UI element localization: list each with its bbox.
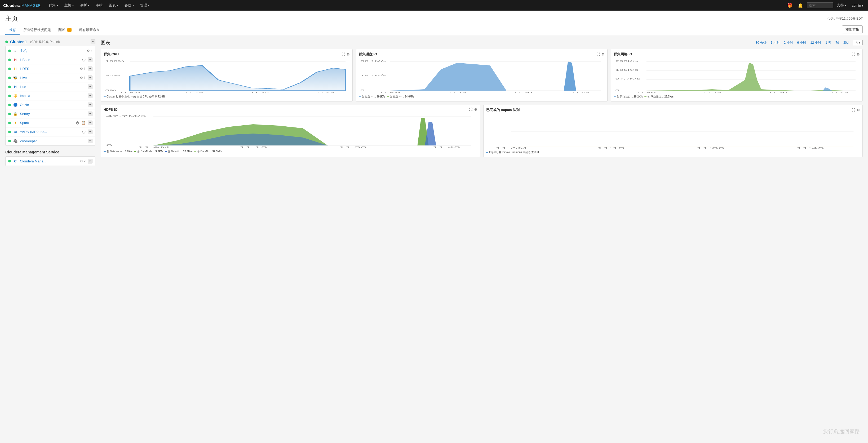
time-7d[interactable]: 7d <box>834 40 840 45</box>
expand-button[interactable]: ▾ <box>88 112 92 116</box>
expand-icon[interactable]: ⛶ <box>851 53 855 57</box>
power-icon[interactable]: ⏻ <box>82 130 86 134</box>
expand-button[interactable]: ▾ <box>88 94 92 98</box>
svg-text:0: 0 <box>106 144 112 147</box>
chart-icons[interactable]: ⛶ ⚙ <box>469 107 477 112</box>
expand-button[interactable]: ▾ <box>88 75 92 80</box>
tab-health-issues[interactable]: 所有运行状况问题 <box>20 26 55 35</box>
gear-icon[interactable]: ⚙ <box>857 108 860 112</box>
svg-text:11 AM: 11 AM <box>495 147 527 149</box>
zookeeper-icon: 🦓 <box>13 138 18 143</box>
expand-button[interactable]: ▾ <box>88 85 92 89</box>
expand-icon[interactable]: ⛶ <box>469 107 472 112</box>
power-icon[interactable]: ⏻ <box>76 121 79 125</box>
gear-icon[interactable]: ⚙ <box>347 53 350 57</box>
nav-backup[interactable]: 备份 ▾ <box>122 0 136 10</box>
expand-button[interactable]: ▾ <box>88 66 92 71</box>
service-name[interactable]: Hive <box>20 76 78 80</box>
copy-icon[interactable]: 📋 <box>81 121 86 125</box>
nav-host[interactable]: 主机 ▾ <box>62 0 76 10</box>
chart-icons[interactable]: ⛶ ⚙ <box>596 53 604 57</box>
service-status-dot <box>8 104 11 106</box>
service-status-dot <box>8 122 11 124</box>
bell-icon[interactable]: 🔔 <box>796 2 805 9</box>
tab-status[interactable]: 状态 <box>5 26 20 35</box>
service-name[interactable]: HDFS <box>20 67 78 71</box>
gear-icon[interactable]: ⚙ <box>474 107 477 112</box>
time-30min[interactable]: 30 分钟 <box>754 40 768 45</box>
add-cluster-button[interactable]: 添加群集 <box>842 26 863 33</box>
sentry-service-name[interactable]: Sentry <box>20 112 86 116</box>
power-icon[interactable]: ⏻ <box>82 58 86 62</box>
time-1day[interactable]: 1 天 <box>824 40 833 45</box>
service-name[interactable]: Impala <box>20 94 86 98</box>
service-status-dot <box>8 95 11 97</box>
service-name[interactable]: Oozie <box>20 103 86 107</box>
legend-item: 各 网络接口... 26.3K/s <box>644 95 674 99</box>
service-name[interactable]: Cloudera Mana... <box>20 159 78 163</box>
nav-admin[interactable]: 管理 ▾ <box>137 0 152 10</box>
nav-audit[interactable]: 审核 <box>93 0 105 10</box>
gear-icon[interactable]: ⚙ <box>857 53 860 57</box>
chart-icons[interactable]: ⛶ ⚙ <box>851 108 860 112</box>
legend-color <box>194 151 196 152</box>
service-name[interactable]: Hue <box>20 85 86 89</box>
chevron-down-icon: ▾ <box>117 4 118 7</box>
svg-text:97.7K/s: 97.7K/s <box>616 77 641 80</box>
yarn-icon: ≋ <box>13 130 18 134</box>
tab-latest-commands[interactable]: 所有最新命令 <box>75 26 103 35</box>
chart-icons[interactable]: ⛶ ⚙ <box>342 53 350 57</box>
nav-diag[interactable]: 诊断 ▾ <box>78 0 92 10</box>
legend-color <box>103 151 106 152</box>
tab-config[interactable]: 配置 8 <box>55 26 75 35</box>
expand-icon[interactable]: ⛶ <box>851 108 855 112</box>
cluster-expand-button[interactable]: ▾ <box>91 39 95 44</box>
expand-icon[interactable]: ⛶ <box>342 53 345 57</box>
legend-color <box>614 96 616 97</box>
time-1hr[interactable]: 1 小时 <box>769 40 781 45</box>
nav-charts[interactable]: 图表 ▾ <box>106 0 121 10</box>
expand-button[interactable]: ▾ <box>88 139 92 143</box>
support-button[interactable]: 支持 ▾ <box>835 3 848 8</box>
service-name[interactable]: 主机 <box>20 49 85 53</box>
search-input[interactable] <box>807 2 833 8</box>
service-row: ≋ YARN (MR2 Inc... ⏻ ▾ <box>6 127 95 136</box>
hue-icon: H <box>13 85 18 89</box>
admin-button[interactable]: admin ▾ <box>850 3 865 7</box>
charts-title: 图表 <box>101 39 110 46</box>
chart-icons[interactable]: ⛶ ⚙ <box>851 53 860 57</box>
expand-icon[interactable]: ⛶ <box>596 53 600 57</box>
impala-icon: 🔱 <box>13 94 18 98</box>
time-2hr[interactable]: 2 小时 <box>782 40 795 45</box>
expand-button[interactable]: ▾ <box>88 102 92 107</box>
service-name[interactable]: ZooKeeper <box>20 139 86 143</box>
svg-text:11:15: 11:15 <box>448 91 466 93</box>
service-name[interactable]: Spark <box>20 121 74 125</box>
mgmt-service-list: C Cloudera Mana... ⚙ 2 ▾ <box>5 156 95 166</box>
svg-text:0: 0 <box>616 89 619 92</box>
service-name[interactable]: HBase <box>20 58 80 62</box>
time-30d[interactable]: 30d <box>842 40 850 45</box>
page-time: 今天, 中午11点55分 EDT <box>828 17 863 21</box>
service-row: H HBase ⏻ ▾ <box>6 55 95 64</box>
expand-button[interactable]: ▾ <box>88 130 92 134</box>
chart-cpu-area: 100% 50% 0% <box>103 59 350 93</box>
page-tabs: 状态 所有运行状况问题 配置 8 所有最新命令 添加群集 <box>5 26 863 35</box>
expand-button[interactable]: ▾ <box>88 58 92 62</box>
gift-icon[interactable]: 🎁 <box>785 2 794 9</box>
chart-edit-button[interactable]: ✎ ▾ <box>853 40 863 45</box>
nav-cluster[interactable]: 群集 ▾ <box>46 0 61 10</box>
expand-button[interactable]: ▾ <box>88 121 92 125</box>
svg-text:11:30: 11:30 <box>250 91 269 93</box>
svg-marker-32 <box>823 88 832 91</box>
gear-icon[interactable]: ⚙ <box>601 53 604 57</box>
svg-text:38.1M/s: 38.1M/s <box>360 60 386 63</box>
time-12hr[interactable]: 12 小时 <box>809 40 823 45</box>
expand-button[interactable]: ▾ <box>88 159 92 163</box>
service-name[interactable]: YARN (MR2 Inc... <box>20 130 80 134</box>
legend-item: Cluster 1, 整个 主机 中的 主机 CPU 使用率 72.8% <box>103 95 165 99</box>
cluster-title[interactable]: Cluster 1 <box>10 39 27 44</box>
right-panel: 图表 30 分钟 1 小时 2 小时 6 小时 12 小时 1 天 7d 30d… <box>95 39 863 170</box>
service-row: 🦓 ZooKeeper ▾ <box>6 136 95 146</box>
time-6hr[interactable]: 6 小时 <box>796 40 808 45</box>
